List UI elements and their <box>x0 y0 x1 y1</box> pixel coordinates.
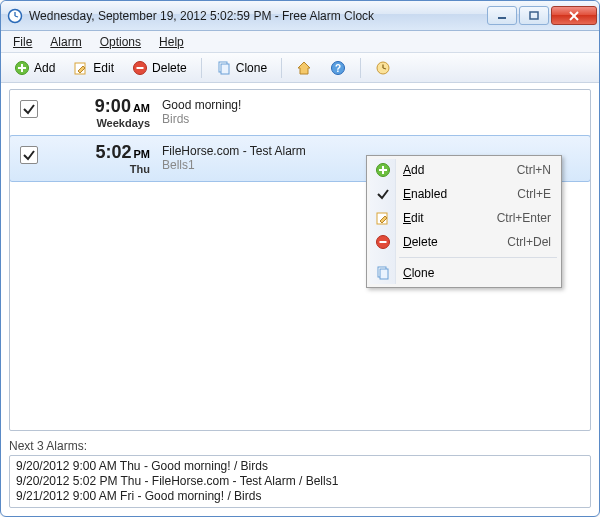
context-menu: Add Ctrl+N Enabled Ctrl+E Edit Ctrl+Ente… <box>366 155 562 288</box>
app-icon <box>7 8 23 24</box>
ctx-edit[interactable]: Edit Ctrl+Enter <box>369 206 559 230</box>
home-icon <box>296 60 312 76</box>
toolbar-separator <box>201 58 202 78</box>
toolbar: Add Edit Delete Clone ? <box>1 53 599 83</box>
help-button[interactable]: ? <box>323 57 353 79</box>
alarm-enabled-checkbox[interactable] <box>20 100 38 118</box>
home-button[interactable] <box>289 57 319 79</box>
menu-alarm[interactable]: Alarm <box>42 33 89 51</box>
edit-label: Edit <box>93 61 114 75</box>
help-icon: ? <box>330 60 346 76</box>
close-button[interactable] <box>551 6 597 25</box>
alarm-time: 5:02PM Thu <box>50 142 150 175</box>
svg-rect-4 <box>530 12 538 19</box>
clone-button[interactable]: Clone <box>209 57 274 79</box>
svg-rect-27 <box>380 269 388 279</box>
delete-label: Delete <box>152 61 187 75</box>
delete-icon <box>132 60 148 76</box>
add-label: Add <box>34 61 55 75</box>
menu-file[interactable]: File <box>5 33 40 51</box>
toolbar-separator <box>281 58 282 78</box>
main-window: Wednesday, September 19, 2012 5:02:59 PM… <box>0 0 600 517</box>
ctx-clone[interactable]: Clone <box>369 261 559 285</box>
checkmark-icon <box>375 186 391 202</box>
ctx-label: Delete <box>403 235 507 249</box>
clone-icon <box>216 60 232 76</box>
add-button[interactable]: Add <box>7 57 62 79</box>
ctx-shortcut: Ctrl+Del <box>507 235 551 249</box>
clone-label: Clone <box>236 61 267 75</box>
delete-button[interactable]: Delete <box>125 57 194 79</box>
toolbar-separator <box>360 58 361 78</box>
edit-icon <box>375 210 391 226</box>
alarm-time: 9:00AM Weekdays <box>50 96 150 129</box>
menu-options[interactable]: Options <box>92 33 149 51</box>
svg-text:?: ? <box>335 63 341 74</box>
next-alarm-item: 9/20/2012 9:00 AM Thu - Good morning! / … <box>16 459 584 474</box>
next-alarm-item: 9/21/2012 9:00 AM Fri - Good morning! / … <box>16 489 584 504</box>
ctx-shortcut: Ctrl+Enter <box>497 211 551 225</box>
titlebar[interactable]: Wednesday, September 19, 2012 5:02:59 PM… <box>1 1 599 31</box>
ctx-delete[interactable]: Delete Ctrl+Del <box>369 230 559 254</box>
clock-button[interactable] <box>368 57 398 79</box>
alarm-enabled-checkbox[interactable] <box>20 146 38 164</box>
ctx-label: Add <box>403 163 517 177</box>
maximize-button[interactable] <box>519 6 549 25</box>
ctx-shortcut: Ctrl+N <box>517 163 551 177</box>
ctx-separator <box>399 257 557 258</box>
ctx-label: Clone <box>403 266 551 280</box>
ctx-enabled[interactable]: Enabled Ctrl+E <box>369 182 559 206</box>
menubar: File Alarm Options Help <box>1 31 599 53</box>
alarm-description: Good morning! Birds <box>162 96 582 126</box>
edit-button[interactable]: Edit <box>66 57 121 79</box>
svg-rect-14 <box>221 64 229 74</box>
ctx-label: Enabled <box>403 187 517 201</box>
ctx-label: Edit <box>403 211 497 225</box>
add-icon <box>375 162 391 178</box>
next-alarm-item: 9/20/2012 5:02 PM Thu - FileHorse.com - … <box>16 474 584 489</box>
next-alarms-list: 9/20/2012 9:00 AM Thu - Good morning! / … <box>9 455 591 508</box>
edit-icon <box>73 60 89 76</box>
menu-help[interactable]: Help <box>151 33 192 51</box>
ctx-shortcut: Ctrl+E <box>517 187 551 201</box>
next-alarms-label: Next 3 Alarms: <box>9 439 591 453</box>
delete-icon <box>375 234 391 250</box>
ctx-add[interactable]: Add Ctrl+N <box>369 158 559 182</box>
minimize-button[interactable] <box>487 6 517 25</box>
window-title: Wednesday, September 19, 2012 5:02:59 PM… <box>29 9 487 23</box>
clone-icon <box>375 265 391 281</box>
alarm-row[interactable]: 9:00AM Weekdays Good morning! Birds <box>10 90 590 136</box>
add-icon <box>14 60 30 76</box>
clock-icon <box>375 60 391 76</box>
next-alarms-panel: Next 3 Alarms: 9/20/2012 9:00 AM Thu - G… <box>1 435 599 516</box>
